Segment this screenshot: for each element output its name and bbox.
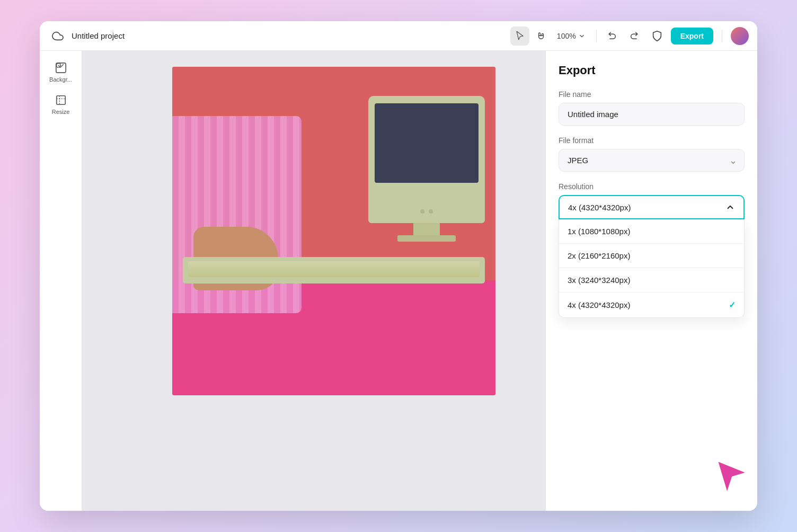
svg-rect-0 [56,63,65,73]
project-title: Untitled project [72,31,125,40]
resolution-option-3x[interactable]: 3x (3240*3240px) [559,268,744,292]
pointer-tool-button[interactable] [510,26,529,46]
resolution-option-2x-label: 2x (2160*2160px) [568,251,630,260]
cursor-arrow [718,461,747,495]
file-format-select[interactable]: JPEG PNG WEBP SVG [559,149,745,172]
zoom-control[interactable]: 100% [553,26,590,46]
svg-rect-2 [56,96,65,105]
resolution-selected-value: 4x (4320*4320px) [568,203,631,212]
toolbar: Untitled project 100% [40,21,757,51]
sidebar-item-background-label: Backgr... [49,76,72,83]
file-name-input[interactable] [559,103,745,126]
save-button[interactable] [48,26,67,46]
hand-tool-button[interactable] [532,26,551,46]
main-content: Backgr... Resize [40,51,757,511]
file-format-label: File format [559,136,745,145]
resolution-option-4x-label: 4x (4320*4320px) [568,300,630,309]
background-icon [55,61,67,74]
resize-icon [55,94,67,107]
sidebar-item-resize[interactable]: Resize [44,90,78,120]
resolution-label: Resolution [559,182,745,191]
resolution-option-1x[interactable]: 1x (1080*1080px) [559,219,744,243]
toolbar-divider [596,30,597,42]
resolution-option-3x-label: 3x (3240*3240px) [568,276,630,285]
sidebar-item-background[interactable]: Backgr... [44,57,78,87]
redo-button[interactable] [624,26,643,46]
toolbar-center: 100% [510,26,643,46]
toolbar-right: Export [648,26,749,46]
resolution-select-button[interactable]: 4x (4320*4320px) [559,195,745,219]
canvas-area[interactable] [82,51,545,511]
zoom-value: 100% [557,32,576,40]
resolution-option-2x[interactable]: 2x (2160*2160px) [559,243,744,268]
right-panel: Export File name File format JPEG PNG WE… [545,51,757,511]
resolution-select-wrapper: 4x (4320*4320px) 1x (1080*1080px) 2x (21… [559,195,745,318]
undo-button[interactable] [603,26,622,46]
export-button[interactable]: Export [671,28,713,45]
file-name-label: File name [559,90,745,99]
shield-button[interactable] [648,26,667,46]
panel-title: Export [559,64,745,77]
left-sidebar: Backgr... Resize [40,51,82,511]
avatar[interactable] [731,27,749,45]
resolution-dropdown: 1x (1080*1080px) 2x (2160*2160px) 3x (32… [559,219,745,318]
file-format-wrapper: JPEG PNG WEBP SVG ⌄ [559,149,745,172]
toolbar-left: Untitled project [48,26,506,46]
svg-marker-3 [718,461,747,493]
canvas-image [172,67,495,395]
app-window: Untitled project 100% [40,21,757,511]
sidebar-item-resize-label: Resize [52,109,70,116]
toolbar-divider-2 [722,30,722,42]
checkmark-icon: ✓ [729,300,736,310]
resolution-option-1x-label: 1x (1080*1080px) [568,227,630,236]
resolution-option-4x[interactable]: 4x (4320*4320px) ✓ [559,292,744,317]
